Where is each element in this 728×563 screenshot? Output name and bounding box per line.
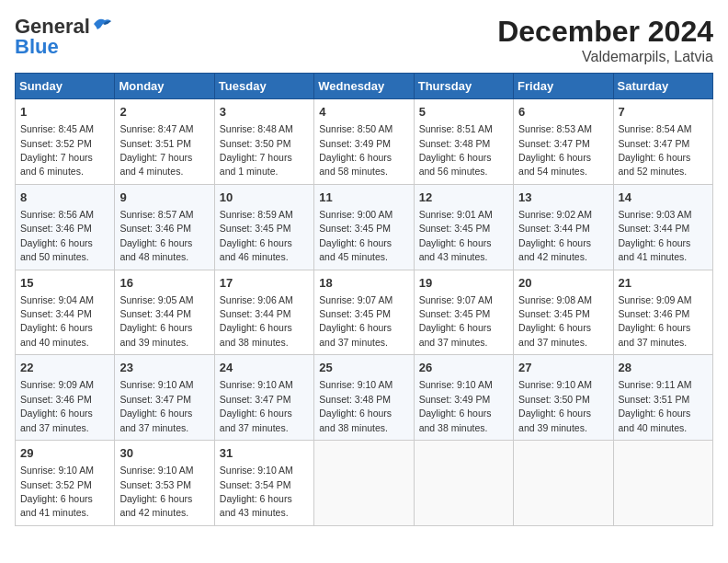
day-info: Sunrise: 8:47 AM Sunset: 3:51 PM Dayligh… [119,123,193,177]
day-number: 9 [119,190,209,206]
calendar-cell: 27Sunrise: 9:10 AM Sunset: 3:50 PM Dayli… [514,355,613,441]
col-header-sunday: Sunday [16,74,115,99]
calendar-cell: 29Sunrise: 9:10 AM Sunset: 3:52 PM Dayli… [16,441,115,526]
calendar-cell: 16Sunrise: 9:05 AM Sunset: 3:44 PM Dayli… [115,270,214,355]
calendar-cell: 24Sunrise: 9:10 AM Sunset: 3:47 PM Dayli… [214,355,313,441]
calendar-week-3: 15Sunrise: 9:04 AM Sunset: 3:44 PM Dayli… [16,270,713,355]
calendar-cell: 13Sunrise: 9:02 AM Sunset: 3:44 PM Dayli… [514,184,613,270]
day-info: Sunrise: 9:00 AM Sunset: 3:45 PM Dayligh… [319,209,392,262]
calendar-cell: 6Sunrise: 8:53 AM Sunset: 3:47 PM Daylig… [514,99,613,185]
day-number: 31 [220,445,309,462]
calendar-cell: 12Sunrise: 9:01 AM Sunset: 3:45 PM Dayli… [414,184,513,270]
day-info: Sunrise: 9:10 AM Sunset: 3:48 PM Dayligh… [319,379,392,432]
day-number: 24 [220,360,309,376]
day-info: Sunrise: 8:59 AM Sunset: 3:45 PM Dayligh… [220,209,293,262]
logo: General Blue [15,15,112,59]
day-info: Sunrise: 8:45 AM Sunset: 3:52 PM Dayligh… [20,123,94,177]
day-number: 13 [518,190,608,206]
day-number: 30 [119,445,209,462]
day-info: Sunrise: 8:57 AM Sunset: 3:46 PM Dayligh… [119,209,193,262]
col-header-saturday: Saturday [613,74,712,99]
calendar-week-1: 1Sunrise: 8:45 AM Sunset: 3:52 PM Daylig… [16,99,713,185]
day-info: Sunrise: 9:10 AM Sunset: 3:53 PM Dayligh… [119,465,193,518]
day-info: Sunrise: 9:07 AM Sunset: 3:45 PM Dayligh… [319,294,392,348]
day-number: 12 [419,190,508,206]
day-info: Sunrise: 9:05 AM Sunset: 3:44 PM Dayligh… [119,294,193,348]
day-number: 28 [619,360,708,376]
calendar-cell: 20Sunrise: 9:08 AM Sunset: 3:45 PM Dayli… [514,270,613,355]
col-header-tuesday: Tuesday [214,74,313,99]
day-number: 23 [119,360,209,376]
day-info: Sunrise: 9:06 AM Sunset: 3:44 PM Dayligh… [220,294,293,348]
day-info: Sunrise: 8:51 AM Sunset: 3:48 PM Dayligh… [419,123,493,177]
day-info: Sunrise: 9:02 AM Sunset: 3:44 PM Dayligh… [518,209,592,262]
calendar-cell [414,441,513,526]
day-info: Sunrise: 8:48 AM Sunset: 3:50 PM Dayligh… [220,123,293,177]
calendar-cell: 8Sunrise: 8:56 AM Sunset: 3:46 PM Daylig… [16,184,115,270]
day-number: 15 [20,275,109,292]
calendar-cell: 21Sunrise: 9:09 AM Sunset: 3:46 PM Dayli… [613,270,712,355]
day-info: Sunrise: 8:56 AM Sunset: 3:46 PM Dayligh… [20,209,94,262]
day-info: Sunrise: 9:01 AM Sunset: 3:45 PM Dayligh… [419,209,493,262]
day-number: 2 [119,104,209,121]
calendar-cell: 18Sunrise: 9:07 AM Sunset: 3:45 PM Dayli… [314,270,414,355]
day-info: Sunrise: 9:03 AM Sunset: 3:44 PM Dayligh… [619,209,692,262]
day-number: 7 [619,104,708,121]
day-number: 5 [419,104,508,121]
calendar-cell [514,441,613,526]
day-info: Sunrise: 9:10 AM Sunset: 3:54 PM Dayligh… [220,465,293,518]
day-number: 20 [518,275,608,292]
day-info: Sunrise: 9:04 AM Sunset: 3:44 PM Dayligh… [20,294,94,348]
day-number: 26 [419,360,508,376]
calendar-cell: 1Sunrise: 8:45 AM Sunset: 3:52 PM Daylig… [16,99,115,185]
calendar-cell: 17Sunrise: 9:06 AM Sunset: 3:44 PM Dayli… [214,270,313,355]
day-info: Sunrise: 9:10 AM Sunset: 3:47 PM Dayligh… [220,379,293,432]
col-header-monday: Monday [115,74,214,99]
calendar-cell: 7Sunrise: 8:54 AM Sunset: 3:47 PM Daylig… [613,99,712,185]
calendar-cell: 25Sunrise: 9:10 AM Sunset: 3:48 PM Dayli… [314,355,414,441]
day-info: Sunrise: 9:10 AM Sunset: 3:52 PM Dayligh… [20,465,94,518]
day-number: 3 [220,104,309,121]
day-number: 19 [419,275,508,292]
day-number: 6 [518,104,608,121]
day-info: Sunrise: 9:09 AM Sunset: 3:46 PM Dayligh… [619,294,692,348]
calendar-cell: 15Sunrise: 9:04 AM Sunset: 3:44 PM Dayli… [16,270,115,355]
day-number: 10 [220,190,309,206]
day-info: Sunrise: 9:11 AM Sunset: 3:51 PM Dayligh… [619,379,692,432]
day-number: 27 [518,360,608,376]
calendar-cell: 2Sunrise: 8:47 AM Sunset: 3:51 PM Daylig… [115,99,214,185]
day-number: 11 [319,190,408,206]
calendar-cell: 30Sunrise: 9:10 AM Sunset: 3:53 PM Dayli… [115,441,214,526]
calendar-cell: 9Sunrise: 8:57 AM Sunset: 3:46 PM Daylig… [115,184,214,270]
day-number: 18 [319,275,408,292]
day-number: 8 [20,190,109,206]
day-info: Sunrise: 8:54 AM Sunset: 3:47 PM Dayligh… [619,123,692,177]
day-info: Sunrise: 9:10 AM Sunset: 3:49 PM Dayligh… [419,379,493,432]
calendar-table: SundayMondayTuesdayWednesdayThursdayFrid… [15,73,713,526]
day-info: Sunrise: 9:10 AM Sunset: 3:50 PM Dayligh… [518,379,592,432]
calendar-cell: 5Sunrise: 8:51 AM Sunset: 3:48 PM Daylig… [414,99,513,185]
calendar-cell: 11Sunrise: 9:00 AM Sunset: 3:45 PM Dayli… [314,184,414,270]
page-title: December 2024 [497,15,713,49]
day-info: Sunrise: 8:53 AM Sunset: 3:47 PM Dayligh… [518,123,592,177]
calendar-week-2: 8Sunrise: 8:56 AM Sunset: 3:46 PM Daylig… [16,184,713,270]
col-header-friday: Friday [514,74,613,99]
day-info: Sunrise: 8:50 AM Sunset: 3:49 PM Dayligh… [319,123,392,177]
calendar-cell: 19Sunrise: 9:07 AM Sunset: 3:45 PM Dayli… [414,270,513,355]
logo-blue: Blue [15,35,59,59]
title-block: December 2024 Valdemarpils, Latvia [497,15,713,65]
calendar-cell: 26Sunrise: 9:10 AM Sunset: 3:49 PM Dayli… [414,355,513,441]
page-subtitle: Valdemarpils, Latvia [497,49,713,65]
day-number: 17 [220,275,309,292]
day-info: Sunrise: 9:07 AM Sunset: 3:45 PM Dayligh… [419,294,493,348]
day-number: 22 [20,360,109,376]
calendar-header-row: SundayMondayTuesdayWednesdayThursdayFrid… [16,74,713,99]
day-number: 16 [119,275,209,292]
day-number: 4 [319,104,408,121]
day-number: 29 [20,445,109,462]
day-number: 25 [319,360,408,376]
day-number: 1 [20,104,109,121]
logo-bird-icon [92,17,112,33]
calendar-cell: 22Sunrise: 9:09 AM Sunset: 3:46 PM Dayli… [16,355,115,441]
day-info: Sunrise: 9:08 AM Sunset: 3:45 PM Dayligh… [518,294,592,348]
